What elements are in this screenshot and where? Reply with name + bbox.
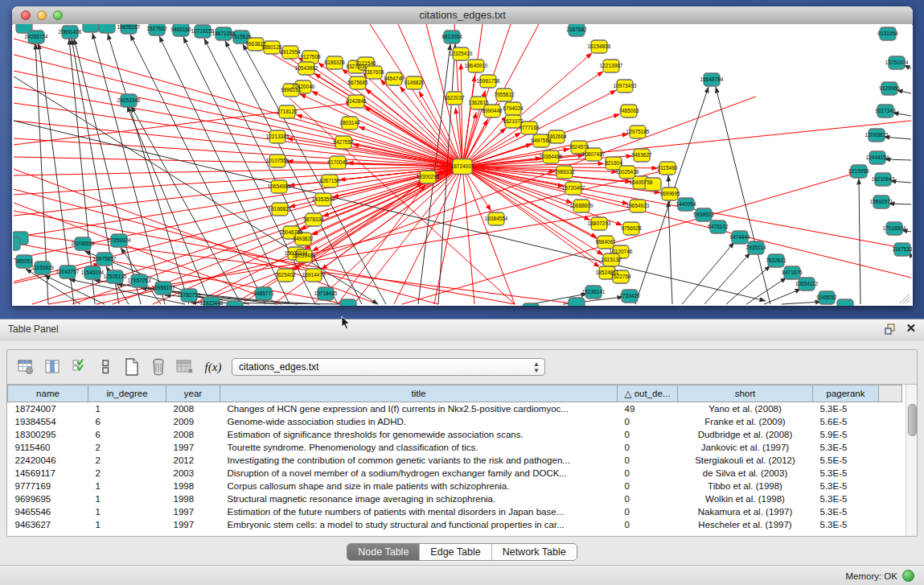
table-row[interactable]: 1938455462009Genome-wide association stu… [8, 415, 902, 428]
close-panel-icon[interactable]: ✕ [906, 321, 916, 336]
table-row[interactable]: 969969511998Structural magnetic resonanc… [8, 492, 902, 505]
cell-indeg[interactable]: 1 [88, 505, 166, 518]
cell-out[interactable]: 0 [618, 441, 678, 454]
cell-indeg[interactable]: 1 [88, 402, 166, 416]
cell-short[interactable]: Jankovic et al. (1997) [678, 441, 813, 454]
table-row[interactable]: 1872400712008Changes of HCN gene express… [8, 402, 902, 416]
cell-title[interactable]: Investigating the contribution of common… [220, 454, 618, 467]
table-row[interactable]: 946554611997Estimation of the future num… [8, 505, 902, 518]
selected-edge[interactable] [402, 173, 856, 304]
cell-title[interactable]: Disruption of a novel member of a sodium… [220, 467, 618, 480]
close-window-icon[interactable] [21, 10, 31, 20]
cell-title[interactable]: Estimation of the future numbers of pati… [220, 505, 618, 518]
memory-status-icon[interactable] [902, 570, 914, 582]
table-settings-icon[interactable] [15, 356, 36, 377]
cell-short[interactable]: Tibbo et al. (1998) [678, 480, 813, 492]
cell-out[interactable]: 0 [618, 415, 678, 428]
selected-edge[interactable] [296, 115, 462, 167]
cell-year[interactable]: 2008 [166, 428, 220, 441]
cell-year[interactable]: 2008 [166, 402, 220, 416]
network-node[interactable] [227, 301, 243, 306]
cell-pagerank[interactable]: 5.9E-5 [813, 428, 879, 441]
table-row[interactable]: 977716911998Corpus callosum shape and si… [8, 480, 902, 492]
cell-name[interactable]: 9465546 [8, 505, 88, 518]
cell-year[interactable]: 1998 [166, 480, 220, 492]
cell-name[interactable]: 9463627 [8, 518, 88, 531]
tab-edge-table[interactable]: Edge Table [419, 544, 491, 560]
cell-out[interactable]: 0 [618, 492, 678, 505]
cell-name[interactable]: 9777169 [8, 480, 88, 492]
cell-title[interactable]: Corpus callosum shape and size in male p… [220, 480, 618, 492]
cell-title[interactable]: Embryonic stem cells: a model to study s… [220, 518, 618, 531]
show-columns-icon[interactable] [42, 356, 63, 377]
minimize-window-icon[interactable] [37, 10, 47, 20]
network-window-titlebar[interactable]: citations_edges.txt [12, 6, 913, 25]
edge[interactable] [108, 34, 189, 304]
network-node[interactable] [523, 303, 539, 306]
cell-year[interactable]: 2003 [166, 467, 220, 480]
edge[interactable] [183, 37, 315, 304]
cell-short[interactable]: de Silva et al. (2003) [678, 467, 813, 480]
edge[interactable] [668, 201, 672, 304]
window-resize-grip[interactable] [899, 293, 910, 304]
table-scrollbar[interactable] [906, 385, 917, 536]
cell-short[interactable]: Franke et al. (2009) [678, 415, 813, 428]
cell-pagerank[interactable]: 5.5E-5 [813, 454, 879, 467]
cell-pagerank[interactable]: 5.3E-5 [813, 402, 879, 416]
selected-edge[interactable] [32, 167, 462, 304]
cell-title[interactable]: Genome-wide association studies in ADHD. [220, 415, 618, 428]
cell-short[interactable]: Wolkin et al. (1998) [678, 492, 813, 505]
edge[interactable] [130, 35, 265, 304]
cell-year[interactable]: 2012 [166, 454, 220, 467]
column-header-in-degree[interactable]: in_degree [88, 385, 166, 402]
cell-out[interactable]: 0 [618, 428, 678, 441]
cell-indeg[interactable]: 1 [88, 480, 166, 492]
citation-network-graph[interactable]: 2405572420691406106552871527602946616010… [13, 24, 912, 306]
selected-edge[interactable] [14, 55, 462, 167]
edge[interactable] [726, 266, 770, 304]
cell-indeg[interactable]: 6 [88, 428, 166, 441]
edge[interactable] [682, 242, 734, 304]
tab-network-table[interactable]: Network Table [491, 544, 577, 560]
cell-pagerank[interactable]: 5.3E-5 [813, 518, 879, 531]
network-node[interactable] [13, 237, 20, 250]
cell-pagerank[interactable]: 5.3E-5 [813, 505, 879, 518]
selected-edge[interactable] [14, 103, 352, 145]
cell-indeg[interactable]: 2 [88, 441, 166, 454]
cell-title[interactable]: Changes of HCN gene expression and I(f) … [220, 402, 618, 416]
selected-edge[interactable] [434, 167, 462, 304]
edge[interactable] [704, 253, 750, 304]
column-header-year[interactable]: year [166, 385, 220, 402]
new-column-icon[interactable] [121, 356, 142, 377]
cell-indeg[interactable]: 1 [88, 492, 166, 505]
selected-edge[interactable] [14, 169, 378, 304]
network-node[interactable] [569, 298, 585, 306]
cell-year[interactable]: 1997 [166, 505, 220, 518]
cell-out[interactable]: 0 [618, 505, 678, 518]
network-canvas[interactable]: 2405572420691406106552871527602946616010… [13, 24, 912, 306]
selected-edge[interactable] [14, 167, 462, 282]
cell-title[interactable]: Structural magnetic resonance image aver… [220, 492, 618, 505]
cell-title[interactable]: Estimation of significance thresholds fo… [220, 428, 618, 441]
cell-name[interactable]: 14569117 [8, 467, 88, 480]
edit-columns-icon[interactable] [68, 356, 89, 377]
cell-short[interactable]: Stergiakouli et al. (2012) [678, 454, 813, 467]
cell-indeg[interactable]: 2 [88, 467, 166, 480]
cell-name[interactable]: 9699695 [8, 492, 88, 505]
cell-year[interactable]: 1998 [166, 492, 220, 505]
cell-out[interactable]: 0 [618, 467, 678, 480]
cell-short[interactable]: Hescheler et al. (1997) [678, 518, 813, 531]
cell-pagerank[interactable]: 5.3E-5 [813, 492, 879, 505]
cell-name[interactable]: 18724007 [8, 402, 88, 416]
function-builder-icon[interactable]: f(x) [201, 360, 225, 374]
edge[interactable] [716, 87, 770, 304]
network-node[interactable] [99, 24, 115, 33]
cell-year[interactable]: 2009 [166, 415, 220, 428]
cell-indeg[interactable]: 1 [88, 518, 166, 531]
column-header-name[interactable]: name [8, 385, 88, 402]
cell-pagerank[interactable]: 5.3E-5 [813, 467, 879, 480]
cell-name[interactable]: 19384554 [8, 415, 88, 428]
cell-pagerank[interactable]: 5.3E-5 [813, 441, 879, 454]
column-header-pagerank[interactable]: pagerank [813, 385, 879, 402]
cell-year[interactable]: 1997 [166, 441, 220, 454]
